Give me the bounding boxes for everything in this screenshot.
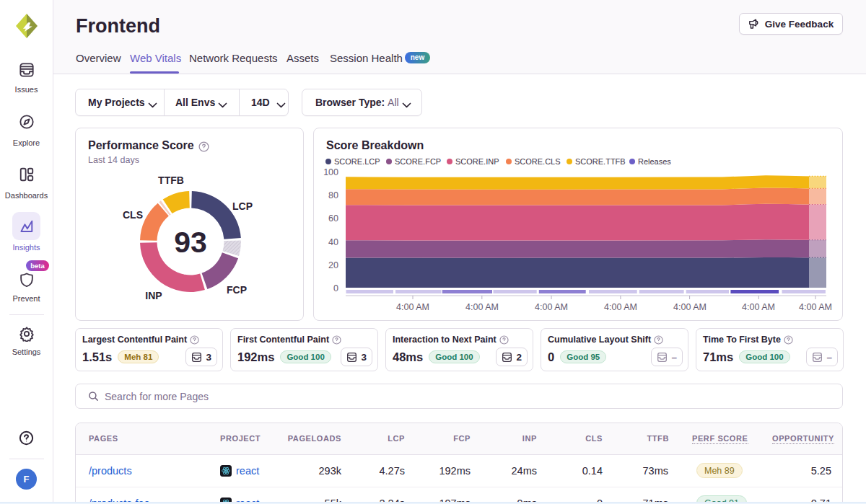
svg-text:93: 93 [174,226,207,259]
